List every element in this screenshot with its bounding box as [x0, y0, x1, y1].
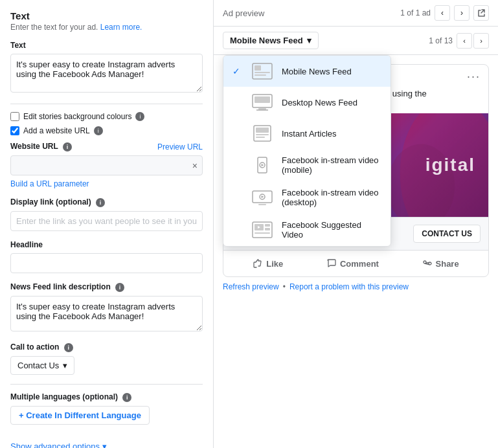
dropdown-label-suggested-video: Facebook Suggested Video: [282, 220, 381, 240]
dropdown-item-instream-desktop[interactable]: Facebook in-stream video (desktop): [223, 181, 390, 214]
svg-rect-10: [256, 134, 269, 135]
check-icon-mobile: ✓: [232, 66, 243, 76]
edit-stories-row: Edit stories background colours i: [10, 112, 203, 121]
dropdown-item-mobile-news-feed[interactable]: ✓ Mobile News Feed: [223, 56, 390, 87]
share-label: Share: [436, 259, 459, 269]
text-label: Text: [10, 41, 203, 50]
edit-stories-info-icon[interactable]: i: [135, 112, 144, 121]
next-ad-button[interactable]: ›: [454, 5, 470, 21]
website-url-input[interactable]: https://www.kanukadigital.com/: [10, 155, 203, 175]
create-lang-label: + Create In Different Language: [19, 410, 141, 420]
dropdown-item-instant-articles[interactable]: Instant Articles: [223, 118, 390, 149]
desktop-news-feed-icon: [251, 93, 274, 111]
cta-chevron-icon: ▾: [63, 361, 67, 370]
show-advanced-label: Show advanced options: [10, 442, 100, 448]
dropdown-item-suggested-video[interactable]: Facebook Suggested Video: [223, 214, 390, 246]
dropdown-label-instream-desktop: Facebook in-stream video (desktop): [282, 188, 381, 207]
cta-value: Contact Us: [17, 361, 59, 370]
svg-rect-23: [265, 228, 270, 230]
ad-cta-button[interactable]: CONTACT US: [413, 225, 481, 243]
show-advanced-chevron-icon: ▾: [102, 442, 107, 448]
cta-label: Call to action i: [10, 342, 203, 352]
like-icon: [253, 258, 263, 269]
add-website-url-checkbox[interactable]: [10, 126, 19, 135]
instream-desktop-icon: [251, 188, 274, 207]
preview-toolbar: Mobile News Feed ▾ 1 of 13 ‹ › ✓: [214, 27, 498, 55]
add-website-url-row: Add a website URL i: [10, 126, 203, 135]
news-feed-info-icon[interactable]: i: [115, 283, 124, 292]
prev-page-button[interactable]: ‹: [457, 33, 472, 49]
page-nav: ‹ ›: [457, 33, 489, 49]
text-textarea[interactable]: It's super easy to create Instagram adve…: [10, 54, 203, 93]
comment-icon: [326, 258, 337, 269]
website-url-label: Website URL i: [10, 142, 72, 151]
display-link-info-icon[interactable]: i: [96, 198, 105, 207]
dropdown-label-instant-articles: Instant Articles: [282, 129, 337, 139]
share-button[interactable]: Share: [416, 256, 466, 271]
add-website-url-info-icon[interactable]: i: [94, 126, 103, 135]
dropdown-label-desktop-news-feed: Desktop News Feed: [282, 98, 357, 107]
svg-marker-14: [262, 164, 264, 166]
create-language-button[interactable]: + Create In Different Language: [10, 406, 150, 425]
ad-preview-nav: 1 of 1 ad ‹ ›: [400, 5, 489, 21]
right-panel: Ad preview 1 of 1 ad ‹ › Mobile News Fee…: [214, 0, 498, 448]
preview-links-bar: Refresh preview • Report a problem with …: [223, 277, 489, 297]
feed-dropdown-menu: ✓ Mobile News Feed: [223, 55, 391, 247]
svg-rect-2: [255, 72, 270, 73]
headline-input[interactable]: Create Your Own Instagram Adverts: [10, 253, 203, 273]
next-page-button[interactable]: ›: [473, 33, 489, 49]
show-advanced-button[interactable]: Show advanced options ▾: [10, 442, 107, 448]
prev-ad-button[interactable]: ‹: [435, 5, 450, 21]
dropdown-label-mobile-news-feed: Mobile News Feed: [282, 67, 352, 76]
mobile-news-feed-icon: [251, 62, 274, 80]
comment-button[interactable]: Comment: [320, 256, 385, 271]
clear-url-icon[interactable]: ×: [192, 161, 198, 171]
website-url-info-icon[interactable]: i: [63, 142, 72, 151]
dropdown-item-desktop-news-feed[interactable]: Desktop News Feed: [223, 87, 390, 118]
feed-selector-chevron-icon: ▾: [307, 36, 311, 45]
page-count-area: 1 of 13 ‹ ›: [429, 33, 489, 49]
news-feed-textarea[interactable]: It's super easy to create Instagram adve…: [10, 296, 203, 331]
svg-rect-11: [256, 137, 265, 138]
ad-preview-header: Ad preview 1 of 1 ad ‹ ›: [214, 0, 498, 27]
ad-image-text: igital: [425, 155, 475, 175]
dropdown-item-instream-mobile[interactable]: Facebook in-stream video (mobile): [223, 149, 390, 181]
svg-rect-18: [258, 204, 266, 205]
svg-rect-3: [255, 74, 266, 76]
svg-rect-9: [256, 128, 269, 133]
multilang-info-icon[interactable]: i: [122, 393, 131, 402]
dropdown-label-instream-mobile: Facebook in-stream video (mobile): [282, 155, 381, 175]
svg-rect-24: [255, 232, 270, 234]
display-link-input[interactable]: [10, 211, 203, 231]
instream-mobile-icon: [251, 156, 274, 174]
feed-selector-dropdown[interactable]: Mobile News Feed ▾: [223, 32, 319, 49]
report-problem-link[interactable]: Report a problem with this preview: [289, 282, 409, 291]
panel-title: Text: [10, 10, 203, 21]
svg-marker-17: [262, 196, 264, 198]
preview-url-link[interactable]: Preview URL: [157, 142, 203, 151]
refresh-preview-link[interactable]: Refresh preview: [223, 282, 279, 291]
left-panel: Text Enter the text for your ad. Learn m…: [0, 0, 214, 448]
feed-selector-label: Mobile News Feed: [230, 36, 303, 45]
display-link-label: Display link (optional) i: [10, 197, 203, 207]
comment-label: Comment: [340, 259, 379, 269]
preview-links-separator: •: [283, 282, 286, 291]
like-label: Like: [266, 259, 283, 269]
edit-stories-label: Edit stories background colours: [23, 112, 131, 121]
url-label-row: Website URL i Preview URL: [10, 142, 203, 151]
news-feed-label: News Feed link description i: [10, 282, 203, 292]
svg-rect-5: [255, 96, 270, 103]
cta-dropdown[interactable]: Contact Us ▾: [10, 356, 74, 375]
more-options-icon[interactable]: ···: [467, 70, 481, 84]
svg-rect-1: [255, 65, 261, 71]
website-url-input-wrapper: https://www.kanukadigital.com/ ×: [10, 155, 203, 175]
external-link-button[interactable]: [473, 5, 489, 21]
url-param-link[interactable]: Build a URL parameter: [10, 179, 203, 188]
share-icon: [422, 258, 433, 269]
ad-preview-title: Ad preview: [223, 8, 264, 18]
learn-more-link[interactable]: Learn more.: [100, 23, 142, 32]
headline-label: Headline: [10, 240, 203, 249]
like-button[interactable]: Like: [246, 256, 289, 271]
cta-info-icon[interactable]: i: [64, 343, 73, 352]
edit-stories-checkbox[interactable]: [10, 112, 19, 121]
